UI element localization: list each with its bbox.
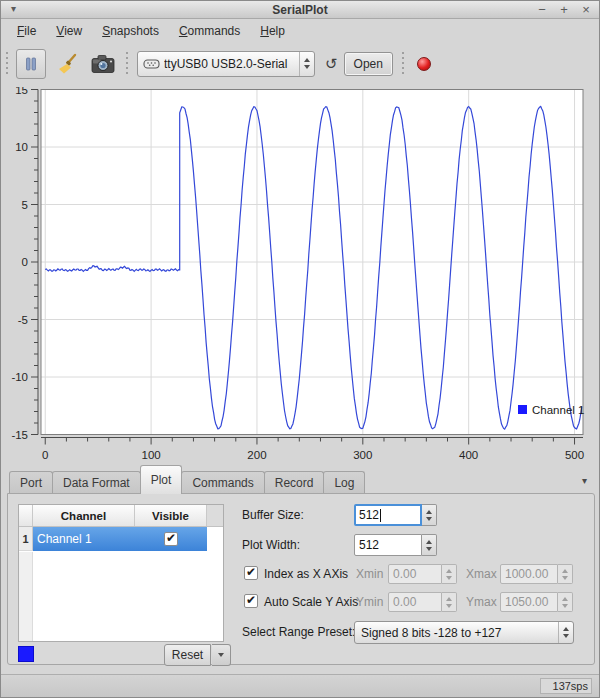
text-caret [380, 509, 381, 522]
snapshot-button[interactable] [88, 49, 118, 79]
close-icon[interactable]: × [579, 2, 593, 18]
menu-view[interactable]: View [46, 22, 92, 40]
open-port-button[interactable]: Open [344, 52, 393, 76]
pause-button[interactable] [16, 49, 46, 79]
ymax-value: 1050.00 [500, 592, 558, 612]
svg-text:5: 5 [22, 199, 28, 211]
svg-text:200: 200 [247, 449, 266, 461]
svg-text:15: 15 [15, 87, 28, 96]
svg-text:0: 0 [42, 449, 48, 461]
port-combo-spinner[interactable] [299, 52, 314, 76]
range-preset-combobox[interactable]: Signed 8 bits -128 to +127 [354, 621, 574, 644]
toolbar: ttyUSB0 USB2.0-Serial ↺ Open [1, 41, 599, 86]
tab-data-format[interactable]: Data Format [52, 471, 141, 494]
ymax-label: Ymax [466, 595, 497, 609]
toolbar-drag-handle[interactable] [401, 52, 405, 76]
window-title: SerialPlot [1, 3, 599, 17]
toolbar-drag-handle[interactable] [125, 52, 129, 76]
channel-table: Channel Visible 1 Channel 1 [18, 504, 224, 642]
index-x-checkbox[interactable] [244, 566, 258, 580]
window-menu-icon[interactable]: ▾ [11, 3, 16, 14]
svg-text:100: 100 [142, 449, 161, 461]
plot-width-spinbox[interactable]: 512 [354, 534, 437, 556]
svg-text:400: 400 [459, 449, 478, 461]
range-preset-spinner[interactable] [558, 622, 573, 643]
waveform-plot[interactable]: 0100200300400500-15-10-5051015Channel 1 [5, 87, 597, 461]
tab-port[interactable]: Port [9, 471, 53, 494]
svg-text:Channel 1: Channel 1 [532, 404, 584, 416]
table-row[interactable]: 1 Channel 1 [19, 527, 223, 551]
range-preset-value: Signed 8 bits -128 to +127 [355, 626, 558, 640]
plot-width-value[interactable]: 512 [354, 534, 422, 556]
column-header-channel[interactable]: Channel [33, 505, 135, 526]
buffer-size-value[interactable]: 512 [359, 508, 379, 522]
clear-plot-button[interactable] [52, 49, 82, 79]
camera-icon [90, 52, 116, 76]
status-bar: 137sps [1, 674, 599, 697]
svg-text:10: 10 [15, 141, 28, 153]
tab-log[interactable]: Log [323, 471, 365, 494]
pause-icon [24, 57, 38, 71]
range-preset-label: Select Range Preset: [242, 625, 355, 639]
autoscale-y-checkbox[interactable] [244, 594, 258, 608]
serial-port-value: ttyUSB0 USB2.0-Serial [164, 57, 299, 71]
serialplot-window: ▾ SerialPlot − + × File View Snapshots C… [0, 0, 600, 698]
title-bar[interactable]: ▾ SerialPlot − + × [1, 1, 599, 19]
table-header-filler [207, 505, 223, 526]
svg-text:-10: -10 [11, 371, 28, 383]
xmax-label: Xmax [466, 567, 497, 581]
buffer-size-label: Buffer Size: [242, 508, 304, 522]
reset-dropdown-button[interactable] [212, 644, 231, 666]
tab-bar: Port Data Format Plot Commands Record Lo… [9, 465, 591, 494]
menu-commands[interactable]: Commands [169, 22, 250, 40]
plot-tab-page: Channel Visible 1 Channel 1 Reset Buffer… [7, 493, 595, 665]
menu-help[interactable]: Help [250, 22, 295, 40]
svg-text:-5: -5 [18, 314, 28, 326]
xmin-value: 0.00 [388, 564, 442, 584]
xmin-spinbox: 0.00 [388, 564, 457, 584]
ymax-spinbox: 1050.00 [500, 592, 573, 612]
serial-port-combobox[interactable]: ttyUSB0 USB2.0-Serial [137, 51, 315, 77]
samples-per-second: 137sps [540, 678, 592, 694]
record-indicator-icon[interactable] [417, 57, 431, 71]
menu-file[interactable]: File [7, 22, 46, 40]
plot-width-label: Plot Width: [242, 538, 300, 552]
menu-snapshots[interactable]: Snapshots [92, 22, 169, 40]
refresh-ports-icon[interactable]: ↺ [325, 55, 338, 73]
spin-up-icon[interactable] [304, 58, 310, 62]
svg-text:300: 300 [353, 449, 372, 461]
spin-down-icon[interactable] [304, 65, 310, 69]
buffer-size-spinbox[interactable]: 512 [354, 504, 437, 526]
svg-text:0: 0 [22, 256, 28, 268]
channel-color-swatch[interactable] [18, 646, 34, 662]
column-header-visible[interactable]: Visible [135, 505, 207, 526]
chevron-down-icon [218, 653, 224, 657]
tab-record[interactable]: Record [264, 471, 325, 494]
maximize-icon[interactable]: + [557, 2, 571, 18]
ymin-value: 0.00 [388, 592, 442, 612]
toolbar-drag-handle[interactable] [5, 52, 9, 76]
autoscale-y-label: Auto Scale Y Axis [264, 595, 358, 609]
svg-text:-15: -15 [11, 429, 28, 441]
channel-visible-cell[interactable] [135, 532, 207, 546]
row-number: 1 [19, 527, 33, 551]
xmin-label: Xmin [356, 567, 383, 581]
plot-width-spin-buttons[interactable] [422, 534, 437, 556]
ymin-spinbox: 0.00 [388, 592, 457, 612]
table-row-gutter [19, 552, 33, 641]
tab-plot[interactable]: Plot [140, 465, 183, 494]
buffer-size-spin-buttons[interactable] [422, 504, 437, 526]
table-corner-cell [19, 505, 33, 526]
tab-overflow-icon[interactable]: ▾ [582, 475, 587, 486]
visible-checkbox[interactable] [164, 532, 178, 546]
index-x-label: Index as X AXis [264, 567, 348, 581]
plot-area[interactable]: 0100200300400500-15-10-5051015Channel 1 [5, 87, 597, 461]
serial-port-icon [143, 58, 160, 70]
reset-button[interactable]: Reset [164, 644, 211, 666]
minimize-icon[interactable]: − [535, 2, 549, 18]
channel-name-cell[interactable]: Channel 1 [33, 532, 135, 546]
xmax-value: 1000.00 [500, 564, 558, 584]
tab-commands[interactable]: Commands [181, 471, 264, 494]
brush-icon [55, 52, 79, 76]
channel-table-header: Channel Visible [19, 505, 223, 527]
